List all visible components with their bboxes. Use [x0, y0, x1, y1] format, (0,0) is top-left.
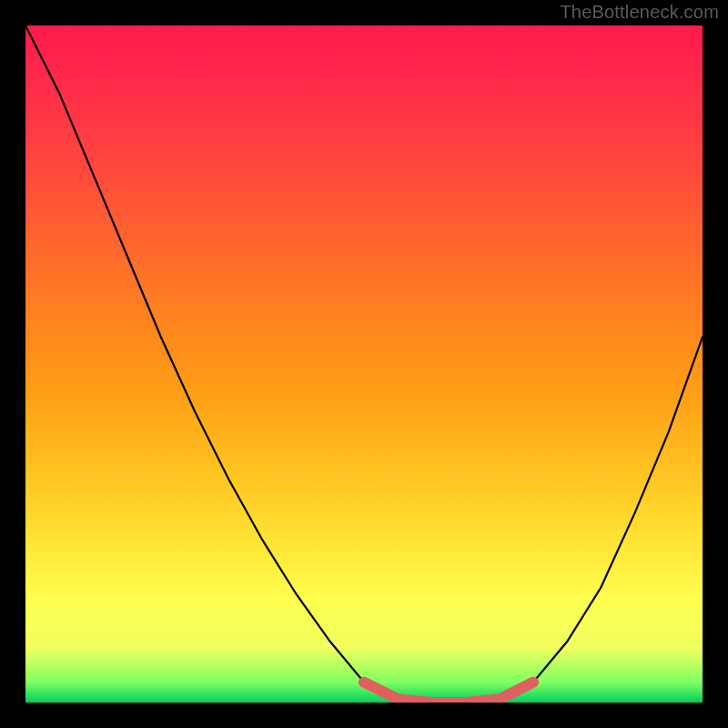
watermark-text: TheBottleneck.com [560, 2, 719, 23]
chart-container: TheBottleneck.com [0, 0, 728, 728]
plot-gradient-area [25, 25, 703, 703]
